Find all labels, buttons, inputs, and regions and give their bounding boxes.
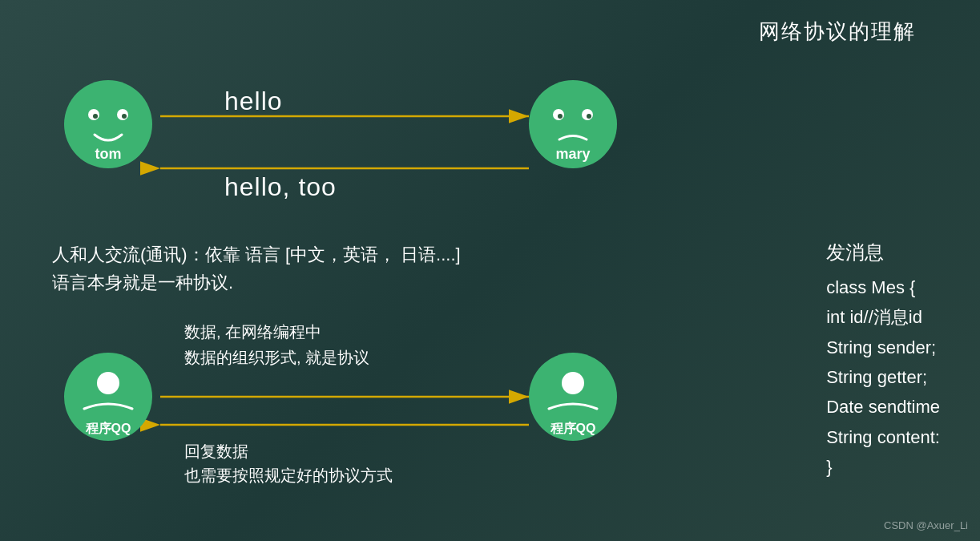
data-line2: 数据的组织形式, 就是协议 bbox=[184, 345, 369, 370]
svg-text:tom: tom bbox=[95, 146, 122, 162]
svg-point-22 bbox=[562, 372, 584, 394]
svg-text:程序QQ: 程序QQ bbox=[85, 421, 131, 435]
svg-point-13 bbox=[553, 109, 564, 120]
svg-point-19 bbox=[97, 372, 119, 394]
hello-label: hello bbox=[224, 87, 283, 116]
code-line5: Date sendtime bbox=[826, 392, 940, 422]
svg-point-7 bbox=[88, 109, 99, 120]
code-line4: String getter; bbox=[826, 362, 940, 392]
reply-line1: 回复数据 bbox=[184, 439, 393, 463]
svg-point-8 bbox=[117, 109, 128, 120]
data-line1: 数据, 在网络编程中 bbox=[184, 319, 369, 345]
svg-point-18 bbox=[64, 353, 152, 441]
svg-point-6 bbox=[64, 80, 152, 168]
svg-point-15 bbox=[558, 114, 563, 119]
svg-point-10 bbox=[122, 114, 127, 119]
desc-line2: 语言本身就是一种协议. bbox=[52, 268, 461, 297]
code-line6: String content: bbox=[826, 422, 940, 452]
svg-text:程序QQ: 程序QQ bbox=[550, 421, 596, 435]
description-text: 人和人交流(通讯)：依靠 语言 [中文，英语， 日语....] 语言本身就是一种… bbox=[52, 240, 461, 297]
svg-point-16 bbox=[587, 114, 591, 119]
reply-label: 回复数据 也需要按照规定好的协议方式 bbox=[184, 439, 393, 487]
code-block: 发消息 class Mes { int id//消息id String send… bbox=[826, 236, 940, 482]
svg-point-9 bbox=[93, 114, 98, 119]
watermark: CSDN @Axuer_Li bbox=[884, 519, 968, 531]
code-line1: class Mes { bbox=[826, 273, 940, 302]
code-line2: int id//消息id bbox=[826, 302, 940, 332]
svg-point-21 bbox=[529, 353, 617, 441]
desc-line1: 人和人交流(通讯)：依靠 语言 [中文，英语， 日语....] bbox=[52, 240, 461, 268]
code-send-title: 发消息 bbox=[826, 236, 940, 269]
hello-too-label: hello, too bbox=[224, 172, 337, 202]
reply-line2: 也需要按照规定好的协议方式 bbox=[184, 463, 393, 487]
svg-text:mary: mary bbox=[555, 146, 590, 162]
slide: 网络协议的理解 tom bbox=[0, 0, 980, 541]
code-line7: } bbox=[826, 452, 940, 482]
slide-title: 网络协议的理解 bbox=[759, 18, 916, 46]
svg-point-14 bbox=[582, 109, 593, 120]
data-label: 数据, 在网络编程中 数据的组织形式, 就是协议 bbox=[184, 319, 369, 370]
code-line3: String sender; bbox=[826, 333, 940, 362]
svg-point-12 bbox=[529, 80, 617, 168]
